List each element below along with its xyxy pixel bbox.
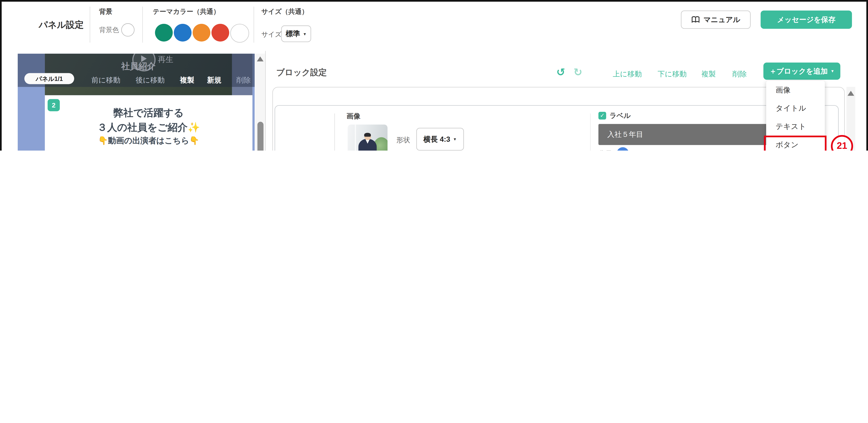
bg-color-label: 背景色 bbox=[99, 25, 119, 35]
duplicate-panel-button[interactable]: 複製 bbox=[180, 75, 194, 85]
header-divider bbox=[142, 7, 143, 43]
label-bg-label: 背景 bbox=[598, 150, 612, 151]
intro-line3: 👇動画の出演者はこちら👇 bbox=[45, 136, 252, 146]
image-field-label: 画像 bbox=[346, 112, 360, 121]
redo-icon[interactable]: ↻ bbox=[574, 66, 582, 79]
size-section-label: サイズ（共通） bbox=[261, 7, 308, 17]
undo-icon[interactable]: ↺ bbox=[556, 66, 565, 79]
book-icon bbox=[691, 16, 700, 24]
move-up-button[interactable]: 上に移動 bbox=[613, 69, 642, 79]
thumb-window bbox=[355, 125, 356, 151]
thumb-hair bbox=[364, 133, 371, 137]
manual-button-label: マニュアル bbox=[704, 15, 740, 25]
label-checkbox-label: ラベル bbox=[610, 111, 631, 121]
bg-color-swatch[interactable] bbox=[121, 23, 134, 36]
size-select[interactable]: 標準▼ bbox=[281, 25, 311, 42]
theme-color-red[interactable] bbox=[211, 24, 229, 41]
size-select-value: 標準 bbox=[286, 29, 300, 39]
image-shape-select[interactable]: 横長 4:3▼ bbox=[416, 128, 464, 151]
label-checkbox[interactable]: ✓ bbox=[598, 112, 606, 120]
section-divider bbox=[265, 51, 266, 151]
save-message-button[interactable]: メッセージを保存 bbox=[761, 10, 852, 29]
delete-block-button[interactable]: 削除 bbox=[732, 69, 747, 79]
scroll-up-icon[interactable] bbox=[847, 91, 854, 96]
add-menu-button-redbox bbox=[764, 136, 827, 151]
intro-line2: ３人の社員をご紹介✨ bbox=[45, 121, 252, 134]
theme-color-blue[interactable] bbox=[174, 24, 191, 41]
scroll-up-icon[interactable] bbox=[257, 57, 264, 61]
block3-rail-divider bbox=[334, 113, 335, 151]
header-divider bbox=[254, 7, 254, 43]
save-message-label: メッセージを保存 bbox=[777, 15, 836, 25]
preview-block2-badge[interactable]: 2 bbox=[48, 99, 60, 111]
header-divider bbox=[90, 7, 90, 43]
theme-color-orange[interactable] bbox=[193, 24, 211, 41]
panel-count-pill: パネル1/1 bbox=[24, 73, 74, 84]
add-menu-text[interactable]: テキスト bbox=[766, 117, 825, 136]
new-panel-button[interactable]: 新規 bbox=[207, 75, 221, 85]
app-window: パネル設定 背景 背景色 テーマカラー（共通） サイズ（共通） サイズ 標準▼ … bbox=[0, 0, 868, 151]
move-front-button[interactable]: 前に移動 bbox=[91, 75, 120, 85]
delete-panel-button[interactable]: 削除 bbox=[237, 75, 251, 85]
shape-label: 形状 bbox=[396, 136, 410, 145]
theme-color-green[interactable] bbox=[155, 24, 173, 41]
manual-button[interactable]: マニュアル bbox=[681, 10, 751, 29]
add-menu-title[interactable]: タイトル bbox=[766, 99, 825, 117]
block3-col-divider bbox=[590, 113, 591, 151]
image-thumbnail[interactable] bbox=[348, 125, 388, 151]
block-settings-title: ブロック設定 bbox=[276, 67, 327, 78]
intro-line1: 弊社で活躍する bbox=[45, 106, 252, 120]
theme-section-label: テーマカラー（共通） bbox=[153, 7, 220, 17]
move-down-button[interactable]: 下に移動 bbox=[658, 69, 687, 79]
preview-scrollbar-thumb[interactable] bbox=[257, 122, 263, 151]
theme-color-white[interactable] bbox=[230, 24, 249, 43]
duplicate-block-button[interactable]: 複製 bbox=[702, 69, 716, 79]
chevron-down-icon: ▼ bbox=[453, 137, 457, 141]
chevron-down-icon: ▼ bbox=[303, 32, 307, 36]
add-block-label: ＋ブロックを追加 bbox=[769, 66, 828, 76]
page-title: パネル設定 bbox=[39, 19, 84, 31]
size-label: サイズ bbox=[261, 30, 282, 39]
image-shape-value: 横長 4:3 bbox=[424, 134, 450, 144]
add-menu-image[interactable]: 画像 bbox=[766, 81, 825, 99]
add-block-button[interactable]: ＋ブロックを追加▼ bbox=[764, 63, 840, 80]
chevron-down-icon: ▼ bbox=[831, 69, 835, 73]
move-back-button[interactable]: 後に移動 bbox=[136, 75, 164, 85]
bg-section-label: 背景 bbox=[99, 7, 112, 17]
